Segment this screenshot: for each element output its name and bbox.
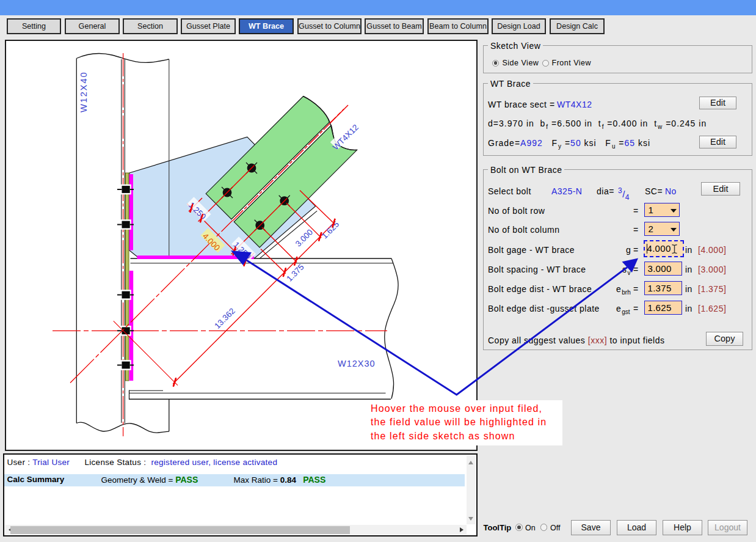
svg-text:W12X30: W12X30	[338, 359, 376, 368]
svg-text:W12X40: W12X40	[79, 71, 89, 112]
svg-text:1.625: 1.625	[320, 219, 341, 240]
